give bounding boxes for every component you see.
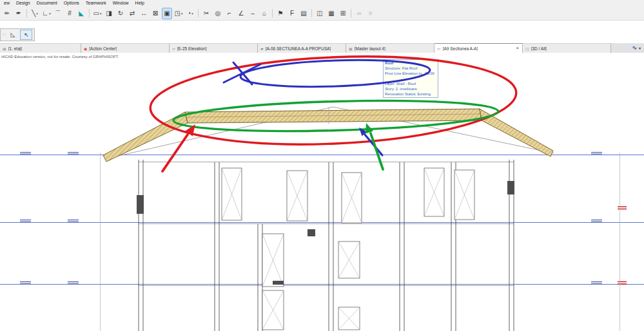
window <box>222 168 242 220</box>
tab-label: [Master layout 4] <box>355 46 385 51</box>
tab-master-layout-4[interactable]: ▦[Master layout 4] <box>346 43 434 53</box>
flag-tool[interactable]: ⚑ <box>275 8 286 19</box>
story-tool-icon: ▤ <box>300 10 306 17</box>
origin-tool[interactable]: ◺ <box>6 30 19 40</box>
tab-document-icon: ◳ <box>525 46 529 51</box>
trim-tool-icon: ⊠ <box>153 10 158 17</box>
window <box>424 168 444 216</box>
menu-options[interactable]: Options <box>61 0 83 6</box>
grid-snap-tool-icon: # <box>68 10 72 17</box>
circle-tool[interactable]: ◔▾ <box>185 8 195 19</box>
grid-snap-tool[interactable]: # <box>64 8 75 19</box>
menu-help[interactable]: Help <box>132 0 148 6</box>
tab-action-center[interactable]: ◉[Action Center] <box>81 43 170 53</box>
mirror-tool-icon: ⇄ <box>130 10 135 17</box>
window <box>338 241 360 278</box>
tab-document-icon: ▦ <box>349 46 353 51</box>
menu-ew[interactable]: ew <box>1 0 13 6</box>
window-tool[interactable]: ◫ <box>315 8 325 19</box>
story-tool[interactable]: ▤ <box>298 8 309 19</box>
pen-tool-icon: ✒ <box>16 10 21 17</box>
roof-slab <box>185 109 482 123</box>
line-tool[interactable]: ╲▾ <box>30 8 40 19</box>
split-tool[interactable]: ✂ <box>201 8 211 19</box>
tab-bar: ▤[1. etaj]◉[Action Center]▱[E-25 Elevati… <box>0 43 644 53</box>
arc-tool-icon: ⌒ <box>55 10 61 17</box>
label-tool[interactable]: F <box>287 8 297 19</box>
corner-tool-icon: ⌐ <box>228 10 231 17</box>
tab-a9-sectiunea-a-a[interactable]: ▭[A9 Sectiunea A-A]× <box>434 43 523 53</box>
tab-document-icon: ▤ <box>3 46 6 51</box>
brush-tool[interactable]: ✏ <box>2 8 12 19</box>
window <box>287 171 307 221</box>
toolbar-separator <box>311 9 312 17</box>
polyline-tool-icon: ∟ <box>42 10 48 17</box>
tab-label: [3D / All] <box>531 46 547 51</box>
tab-a-06-sectiunea-a-a-propusa[interactable]: ▰[A-06 SECTIUNEA A-A PROPUSA] <box>258 43 346 53</box>
toolbar-separator <box>26 9 27 17</box>
grid-tool-icon: ⊞ <box>340 10 346 17</box>
toolbar-separator <box>198 9 199 17</box>
trim-tool[interactable]: ⊠ <box>150 8 161 19</box>
tabs-container: ▤[1. etaj]◉[Action Center]▱[E-25 Elevati… <box>0 43 611 53</box>
wall-detail <box>507 181 514 194</box>
link-tool: ∞ <box>354 8 364 19</box>
polyline-tool[interactable]: ∟▾ <box>41 8 52 19</box>
tab-document-icon: ▭ <box>437 46 441 51</box>
move-tool[interactable]: ↔ <box>139 8 149 19</box>
wall-detail <box>307 229 315 236</box>
rotate-tool[interactable]: ↻ <box>115 8 126 19</box>
arc-tool[interactable]: ⌒ <box>53 8 63 19</box>
grid-tool[interactable]: ⊞ <box>338 8 348 19</box>
window <box>454 170 474 220</box>
layout-tool-icon: ▦ <box>328 10 334 17</box>
split-tool-icon: ✂ <box>204 10 209 17</box>
menu-document[interactable]: Document <box>34 0 61 6</box>
pen-tool[interactable]: ✒ <box>14 8 24 19</box>
close-tab-button[interactable]: × <box>515 46 520 51</box>
green-arrow-shaft <box>371 133 383 169</box>
tab-label: [Action Center] <box>89 46 117 51</box>
layout-tool[interactable]: ▦ <box>326 8 337 19</box>
marquee-tool[interactable]: ▭▾ <box>92 8 102 19</box>
corner-tool[interactable]: ⌐ <box>224 8 235 19</box>
section-view-svg <box>0 53 644 331</box>
move-tool-icon: ↔ <box>141 10 147 17</box>
morph-tool[interactable]: ◳▾ <box>173 8 184 19</box>
menu-teamwork[interactable]: Teamwork <box>83 0 110 6</box>
selection-frame-tool[interactable]: ▣ <box>162 8 172 19</box>
drawing-canvas[interactable]: HICAD Education version, not for resale.… <box>0 53 644 331</box>
fillet-tool[interactable]: ⌢ <box>248 8 258 19</box>
window <box>262 290 284 330</box>
angle-tool[interactable]: ∠ <box>236 8 246 19</box>
selection-frame-tool-icon: ▣ <box>164 10 170 17</box>
navigator-flick-icon[interactable]: ∿ <box>632 45 637 51</box>
window <box>262 234 284 287</box>
arrow-tool-icon: ↖ <box>24 32 29 38</box>
marquee-tool-icon: ▭ <box>93 10 99 17</box>
label-tool-icon: F <box>290 10 294 17</box>
window <box>342 173 362 223</box>
tab-list-dropdown-icon[interactable]: ▾ <box>639 46 641 50</box>
level-markers <box>20 153 602 284</box>
tab-document-icon: ▱ <box>172 46 175 51</box>
arrow-tool[interactable]: ↖ <box>20 30 32 40</box>
zoom-tool[interactable]: ◎ <box>213 8 223 19</box>
wall-detail <box>137 195 144 214</box>
mirror-tool[interactable]: ⇄ <box>127 8 137 19</box>
lock-tool-icon: ◨ <box>106 10 112 17</box>
tab-3d-all[interactable]: ◳[3D / All] <box>523 43 611 53</box>
arch-tool[interactable]: ⌂ <box>259 8 269 19</box>
dropdown-arrow-icon: ▾ <box>36 12 38 15</box>
tab-e-25-elevation[interactable]: ▱[E-25 Elevation] <box>170 43 258 53</box>
menu-design[interactable]: Design <box>13 0 34 6</box>
lock-tool[interactable]: ◨ <box>104 8 114 19</box>
toolbar-drag-handle[interactable]: ∷ <box>3 32 5 37</box>
gravity-tool[interactable]: ◣ <box>76 8 86 19</box>
tab-label: [E-25 Elevation] <box>177 46 207 51</box>
tab-1-etaj[interactable]: ▤[1. etaj] <box>0 43 81 53</box>
toolbar-separator <box>272 9 273 17</box>
menu-window[interactable]: Window <box>110 0 132 6</box>
section-drawing <box>0 107 644 331</box>
angle-tool-icon: ∠ <box>239 10 244 17</box>
